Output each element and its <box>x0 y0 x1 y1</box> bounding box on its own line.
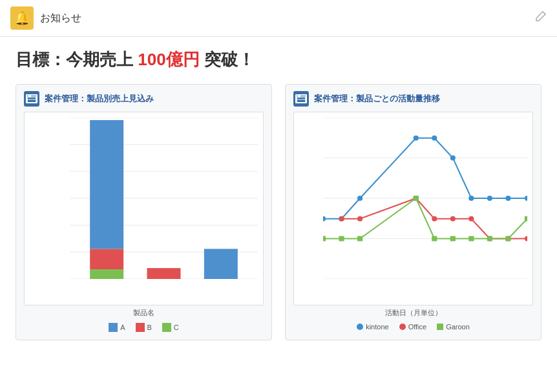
svg-point-38 <box>323 216 326 222</box>
legend-b-color <box>136 323 145 332</box>
legend-kintone: kintone <box>357 323 388 331</box>
svg-rect-18 <box>90 249 123 269</box>
bar-legend: A B C <box>24 323 264 332</box>
line-x-label: 活動日（月単位） <box>293 308 533 318</box>
legend-b: B <box>136 323 152 332</box>
legend-office: Office <box>399 323 427 331</box>
header-title: お知らせ <box>40 12 81 25</box>
svg-point-48 <box>339 216 344 222</box>
line-chart-title: 案件管理：製品ごとの活動量推移 <box>314 93 440 105</box>
legend-a: A <box>109 323 125 332</box>
svg-rect-25 <box>297 97 306 103</box>
svg-point-44 <box>468 196 474 201</box>
svg-point-51 <box>432 216 437 222</box>
bar-chart-title: 案件管理：製品別売上見込み <box>45 93 154 105</box>
svg-rect-57 <box>323 236 326 242</box>
announcement-highlight: 100億円 <box>138 50 199 69</box>
legend-garoon: Garoon <box>437 323 470 331</box>
legend-garoon-label: Garoon <box>446 323 470 331</box>
legend-kintone-color <box>357 324 363 330</box>
bar-chart-box: 案件管理：製品別売上見込み 6,000,000 5,000,000 4,000,… <box>16 84 272 340</box>
line-legend: kintone Office Garoon <box>293 323 533 331</box>
svg-rect-61 <box>432 236 437 242</box>
legend-garoon-color <box>437 324 443 330</box>
svg-rect-21 <box>204 249 238 279</box>
svg-point-52 <box>450 216 456 222</box>
svg-point-42 <box>432 136 437 141</box>
svg-point-47 <box>525 196 527 201</box>
svg-rect-19 <box>90 120 123 249</box>
legend-c-color <box>162 323 171 332</box>
line-chart-box: 案件管理：製品ごとの活動量推移 6 4 2 0 -2 <box>285 84 541 340</box>
line-chart-area: 6 4 2 0 -2 <box>293 112 533 305</box>
legend-office-color <box>399 324 406 330</box>
svg-rect-0 <box>27 97 36 103</box>
header: 🔔 お知らせ <box>0 0 557 37</box>
bar-chart-area: 6,000,000 5,000,000 4,000,000 3,000,000 … <box>24 112 264 305</box>
svg-rect-20 <box>147 268 181 279</box>
legend-office-label: Office <box>408 323 427 331</box>
svg-rect-58 <box>339 236 344 242</box>
svg-rect-65 <box>505 236 510 242</box>
line-chart-header: 案件管理：製品ごとの活動量推移 <box>293 91 533 107</box>
legend-a-label: A <box>120 324 125 331</box>
svg-point-56 <box>525 236 527 242</box>
svg-point-49 <box>357 216 363 222</box>
svg-point-43 <box>450 156 456 161</box>
bar-chart-icon <box>24 91 39 107</box>
line-chart-icon <box>293 91 309 107</box>
legend-kintone-label: kintone <box>366 323 388 331</box>
svg-point-45 <box>487 196 492 201</box>
svg-rect-2 <box>28 96 31 98</box>
charts-container: 案件管理：製品別売上見込み 6,000,000 5,000,000 4,000,… <box>0 77 557 353</box>
legend-c-label: C <box>174 324 179 331</box>
svg-point-46 <box>505 196 510 201</box>
svg-rect-64 <box>487 236 492 242</box>
svg-rect-59 <box>357 236 363 242</box>
svg-rect-27 <box>298 96 300 98</box>
announcement-suffix: 突破！ <box>204 50 255 69</box>
svg-point-53 <box>468 216 474 222</box>
legend-c: C <box>162 323 179 332</box>
legend-b-label: B <box>147 324 152 331</box>
header-left: 🔔 お知らせ <box>10 6 81 30</box>
svg-point-41 <box>414 136 419 141</box>
svg-rect-17 <box>90 269 123 279</box>
svg-rect-63 <box>468 236 474 242</box>
bar-chart-header: 案件管理：製品別売上見込み <box>24 91 264 107</box>
svg-rect-60 <box>414 196 419 201</box>
announcement-prefix: 目標：今期売上 <box>16 50 133 69</box>
svg-rect-66 <box>525 216 527 222</box>
edit-icon[interactable] <box>534 10 547 26</box>
legend-a-color <box>109 323 118 332</box>
bell-icon: 🔔 <box>10 6 34 30</box>
bar-x-label: 製品名 <box>24 308 264 318</box>
svg-rect-62 <box>450 236 456 242</box>
svg-point-40 <box>357 196 363 201</box>
announcement: 目標：今期売上 100億円 突破！ <box>0 37 557 77</box>
